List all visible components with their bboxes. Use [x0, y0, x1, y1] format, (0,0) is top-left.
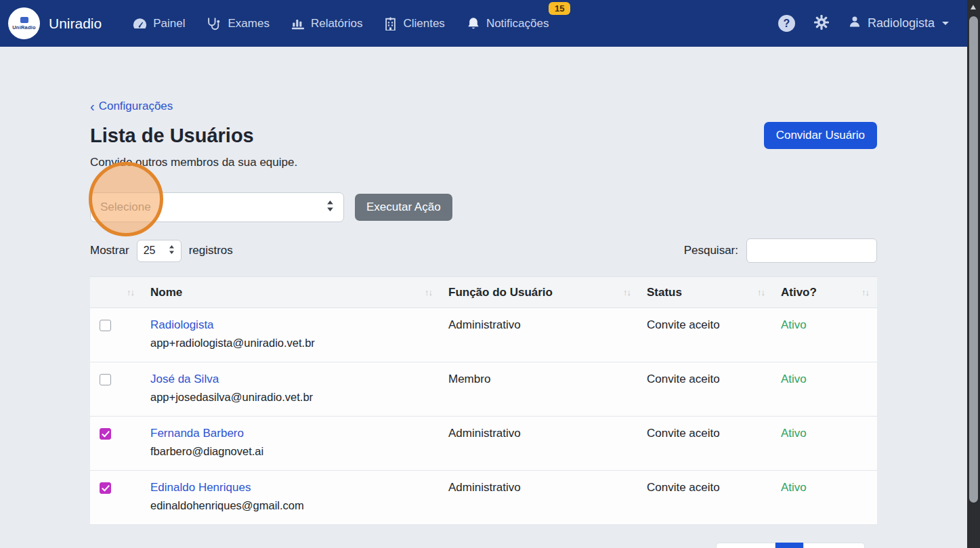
user-active-link[interactable]: Ativo [781, 373, 807, 385]
brand-logo[interactable]: UniRadio Uniradio [8, 7, 102, 39]
user-menu[interactable]: Radiologista [848, 15, 949, 32]
chevron-down-icon [942, 22, 949, 25]
user-email: edinaldohenriques@gmail.com [150, 499, 432, 512]
navbar-right: ? Radiologista [778, 14, 949, 33]
user-name-link[interactable]: Edinaldo Henriques [150, 481, 251, 494]
user-status: Convite aceito [639, 362, 773, 416]
help-icon[interactable]: ? [778, 15, 795, 32]
uniradio-logo-icon: UniRadio [8, 7, 40, 39]
table-row: Edinaldo Henriques edinaldohenriques@gma… [90, 471, 877, 525]
main-nav: Painel Exames Relatórios Clientes Notifi… [122, 11, 559, 36]
pagination-previous[interactable]: Anterior [716, 543, 775, 548]
user-status: Convite aceito [639, 417, 773, 470]
nav-item-notificacoes[interactable]: Notificações 15 [456, 11, 560, 36]
breadcrumb-configuracoes[interactable]: ‹ Configurações [90, 100, 173, 113]
scrollbar-thumb[interactable] [969, 16, 978, 503]
user-status: Convite aceito [639, 308, 773, 362]
header-select-column[interactable]: ↑↓ [90, 277, 142, 308]
user-email: app+radiologista@uniradio.vet.br [150, 337, 432, 350]
main-content: ‹ Configurações Lista de Usuários Convid… [0, 47, 980, 548]
page-subtitle: Convide outros membros da sua equipe. [90, 156, 877, 169]
execute-action-button[interactable]: Executar Ação [355, 194, 452, 221]
search-label: Pesquisar: [684, 244, 738, 257]
notifications-badge: 15 [549, 2, 570, 15]
user-role: Administrativo [440, 471, 639, 524]
user-role: Administrativo [440, 417, 639, 470]
header-ativo[interactable]: Ativo? ↑↓ [773, 277, 877, 308]
sort-icon: ↑↓ [425, 287, 432, 297]
chevron-left-icon: ‹ [90, 100, 95, 113]
search-input[interactable] [746, 238, 877, 263]
header-nome[interactable]: Nome ↑↓ [142, 277, 440, 308]
user-email: fbarbero@diagnovet.ai [150, 445, 432, 458]
pagination-page-1[interactable]: 1 [775, 543, 803, 548]
user-email: app+josedasilva@uniradio.vet.br [150, 391, 432, 404]
bulk-action-select[interactable]: Selecione [90, 192, 344, 222]
table-row: José da Silva app+josedasilva@uniradio.v… [90, 362, 877, 417]
user-name-link[interactable]: José da Silva [150, 373, 219, 386]
page-title: Lista de Usuários [90, 125, 254, 147]
user-active-link[interactable]: Ativo [781, 427, 807, 440]
pagination: Anterior 1 Próximo [716, 543, 865, 548]
select-arrows-icon [169, 245, 175, 257]
records-label: registros [189, 244, 233, 257]
scrollbar [967, 0, 980, 548]
row-checkbox[interactable] [100, 320, 111, 331]
top-navbar: UniRadio Uniradio Painel Exames Relatóri… [0, 0, 980, 47]
table-body: Radiologista app+radiologista@uniradio.v… [90, 308, 877, 525]
user-name-link[interactable]: Fernanda Barbero [150, 427, 244, 440]
row-checkbox[interactable] [100, 482, 111, 494]
table-row: Radiologista app+radiologista@uniradio.v… [90, 308, 877, 362]
gear-icon[interactable] [813, 14, 830, 33]
gauge-icon [133, 18, 147, 30]
hospital-icon [384, 17, 397, 30]
sort-icon: ↑↓ [127, 287, 134, 297]
user-status: Convite aceito [639, 471, 773, 524]
nav-item-exames[interactable]: Exames [196, 12, 280, 36]
select-arrows-icon [326, 201, 334, 214]
row-checkbox[interactable] [100, 428, 111, 440]
user-active-link[interactable]: Ativo [781, 318, 807, 331]
pagination-next[interactable]: Próximo [803, 543, 865, 548]
brand-name: Uniradio [49, 16, 102, 32]
show-label: Mostrar [90, 244, 129, 257]
nav-item-clientes[interactable]: Clientes [373, 12, 455, 36]
nav-item-relatorios[interactable]: Relatórios [280, 12, 374, 36]
records-info: Mostrando 1 a 4 de 4 registros [90, 543, 247, 548]
nav-item-painel[interactable]: Painel [122, 12, 196, 36]
row-checkbox[interactable] [100, 374, 111, 385]
sort-icon: ↑↓ [623, 287, 631, 297]
header-status[interactable]: Status ↑↓ [639, 277, 773, 308]
stethoscope-icon [207, 17, 221, 30]
user-icon [848, 15, 861, 32]
user-name: Radiologista [868, 16, 935, 30]
sort-icon: ↑↓ [757, 287, 765, 297]
table-header: ↑↓ Nome ↑↓ Função do Usuário ↑↓ Status ↑… [90, 276, 877, 308]
header-funcao[interactable]: Função do Usuário ↑↓ [440, 277, 639, 308]
bell-icon [467, 16, 480, 30]
user-name-link[interactable]: Radiologista [150, 318, 214, 332]
invite-user-button[interactable]: Convidar Usuário [764, 122, 877, 149]
user-role: Membro [440, 362, 639, 416]
table-row: Fernanda Barbero fbarbero@diagnovet.ai A… [90, 417, 877, 471]
user-active-link[interactable]: Ativo [781, 481, 807, 494]
sort-icon: ↑↓ [861, 287, 869, 297]
user-role: Administrativo [440, 308, 639, 362]
chart-bar-icon [291, 17, 305, 30]
page-size-select[interactable]: 25 [137, 240, 182, 262]
scroll-up-icon[interactable] [971, 5, 976, 9]
users-table: ↑↓ Nome ↑↓ Função do Usuário ↑↓ Status ↑… [90, 276, 877, 525]
